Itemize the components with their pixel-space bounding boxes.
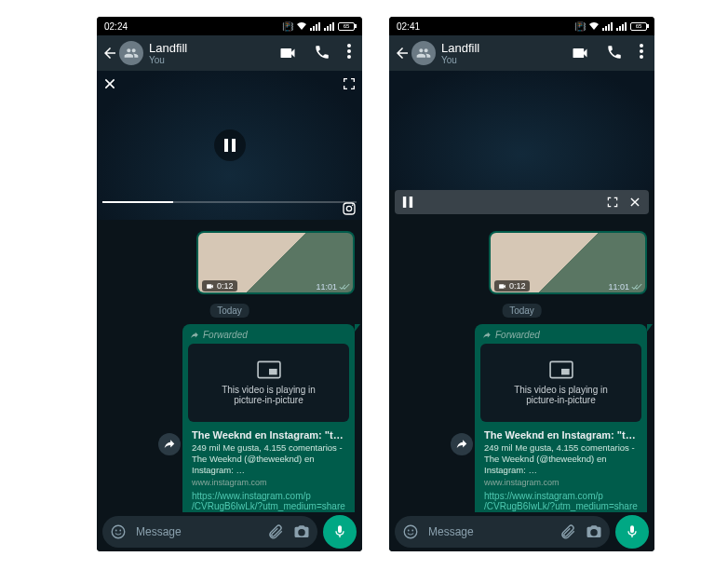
signal2-icon bbox=[324, 22, 334, 31]
pip-placeholder[interactable]: This video is playing inpicture-in-pictu… bbox=[188, 344, 349, 422]
voice-call-button[interactable] bbox=[314, 44, 330, 62]
pause-button[interactable] bbox=[214, 129, 246, 161]
svg-point-15 bbox=[112, 525, 125, 538]
message-time: 11:01 bbox=[608, 282, 642, 292]
signal-icon bbox=[310, 22, 320, 31]
link-domain: www.instagram.com bbox=[484, 478, 638, 487]
pip-placeholder[interactable]: This video is playing inpicture-in-pictu… bbox=[480, 344, 641, 422]
pip-close-button[interactable] bbox=[628, 196, 641, 209]
clock: 02:41 bbox=[397, 21, 420, 32]
forwarded-label: Forwarded bbox=[479, 328, 643, 342]
more-menu-button[interactable] bbox=[640, 44, 643, 62]
chat-title-block[interactable]: Landfill You bbox=[149, 41, 278, 65]
vibrate-icon: 📳 bbox=[282, 21, 293, 32]
svg-point-18 bbox=[300, 531, 304, 536]
video-duration: 0:12 bbox=[202, 280, 237, 292]
mic-button[interactable] bbox=[615, 515, 649, 549]
battery-icon: 65 bbox=[630, 22, 647, 31]
chat-title-block[interactable]: Landfill You bbox=[441, 41, 571, 65]
inline-video-player[interactable] bbox=[97, 71, 362, 220]
svg-point-13 bbox=[346, 206, 351, 210]
svg-point-19 bbox=[640, 44, 643, 48]
svg-point-17 bbox=[119, 530, 121, 532]
svg-point-14 bbox=[352, 205, 354, 207]
svg-point-1 bbox=[347, 49, 351, 53]
svg-point-34 bbox=[592, 531, 597, 536]
chat-title: Landfill bbox=[441, 41, 571, 55]
svg-rect-29 bbox=[403, 197, 406, 208]
svg-point-20 bbox=[640, 49, 643, 53]
emoji-button[interactable] bbox=[402, 523, 419, 540]
link-preview[interactable]: The Weeknd en Instagram: "tomorr… 249 mi… bbox=[479, 424, 643, 489]
forwarded-label: Forwarded bbox=[186, 328, 351, 342]
date-chip: Today bbox=[502, 304, 542, 318]
close-player-button[interactable] bbox=[102, 76, 117, 91]
svg-point-2 bbox=[347, 55, 351, 59]
link-description: 249 mil Me gusta, 4.155 comentarios - Th… bbox=[192, 442, 345, 476]
link-url[interactable]: https://www.instagram.com/p/CVRugB6IwLk/… bbox=[479, 489, 643, 512]
camera-button[interactable] bbox=[293, 523, 310, 540]
svg-point-16 bbox=[115, 530, 117, 532]
link-description: 249 mil Me gusta, 4.155 comentarios - Th… bbox=[484, 442, 638, 476]
svg-point-31 bbox=[404, 525, 417, 538]
emoji-button[interactable] bbox=[110, 523, 127, 540]
clock: 02:24 bbox=[104, 21, 128, 32]
video-duration: 0:12 bbox=[494, 280, 530, 292]
chat-subtitle: You bbox=[149, 55, 278, 65]
mic-button[interactable] bbox=[323, 515, 357, 549]
attach-button[interactable] bbox=[559, 523, 576, 540]
signal-icon bbox=[602, 22, 613, 31]
message-input[interactable]: Message bbox=[102, 516, 317, 548]
link-message-bubble[interactable]: Forwarded This video is playing inpictur… bbox=[475, 324, 647, 512]
status-bar: 02:24 📳 65 bbox=[97, 17, 362, 35]
message-time: 11:01 bbox=[316, 282, 350, 292]
instagram-icon bbox=[342, 201, 357, 216]
attach-button[interactable] bbox=[267, 523, 284, 540]
seek-bar[interactable] bbox=[102, 201, 357, 203]
wifi-icon bbox=[589, 22, 599, 30]
svg-rect-10 bbox=[224, 139, 228, 152]
date-chip: Today bbox=[209, 304, 249, 318]
status-bar: 02:41 📳 65 bbox=[389, 17, 654, 35]
svg-point-21 bbox=[640, 55, 643, 59]
pip-pause-button[interactable] bbox=[402, 197, 413, 208]
chat-subtitle: You bbox=[441, 55, 571, 65]
message-composer: Message bbox=[389, 512, 654, 551]
svg-point-0 bbox=[347, 44, 351, 48]
fullscreen-button[interactable] bbox=[342, 76, 357, 91]
back-button[interactable] bbox=[393, 45, 411, 61]
group-avatar[interactable] bbox=[119, 41, 143, 65]
chat-header: Landfill You bbox=[389, 35, 654, 71]
chat-title: Landfill bbox=[149, 41, 278, 55]
more-menu-button[interactable] bbox=[347, 44, 351, 62]
camera-button[interactable] bbox=[586, 523, 602, 540]
svg-point-32 bbox=[408, 530, 410, 532]
video-surface[interactable] bbox=[389, 71, 654, 190]
link-message-bubble[interactable]: Forwarded This video is playing inpictur… bbox=[182, 324, 355, 512]
svg-rect-9 bbox=[269, 369, 277, 375]
share-button[interactable] bbox=[451, 433, 473, 455]
video-call-button[interactable] bbox=[278, 44, 297, 62]
link-url[interactable]: https://www.instagram.com/p/CVRugB6IwLk/… bbox=[186, 489, 351, 512]
link-preview[interactable]: The Weeknd en Instagram: "tomorr… 249 mi… bbox=[186, 424, 351, 489]
voice-call-button[interactable] bbox=[606, 44, 623, 62]
input-placeholder: Message bbox=[428, 525, 550, 538]
vibrate-icon: 📳 bbox=[574, 21, 586, 32]
input-placeholder: Message bbox=[136, 525, 258, 538]
pip-control-bar bbox=[395, 190, 649, 214]
video-message-bubble[interactable]: 0:12 11:01 bbox=[196, 231, 355, 294]
chat-header: Landfill You bbox=[97, 35, 362, 71]
share-button[interactable] bbox=[158, 433, 181, 455]
pip-fullscreen-button[interactable] bbox=[606, 196, 619, 209]
svg-rect-11 bbox=[232, 139, 236, 152]
video-message-bubble[interactable]: 0:12 11:01 bbox=[489, 231, 647, 294]
video-call-button[interactable] bbox=[571, 44, 589, 62]
wifi-icon bbox=[297, 22, 306, 30]
group-avatar[interactable] bbox=[411, 41, 436, 65]
svg-point-33 bbox=[411, 530, 413, 532]
svg-rect-30 bbox=[410, 197, 412, 208]
battery-icon: 65 bbox=[338, 22, 355, 31]
message-input[interactable]: Message bbox=[395, 516, 610, 548]
back-button[interactable] bbox=[101, 45, 119, 61]
link-title: The Weeknd en Instagram: "tomorr… bbox=[192, 429, 345, 441]
